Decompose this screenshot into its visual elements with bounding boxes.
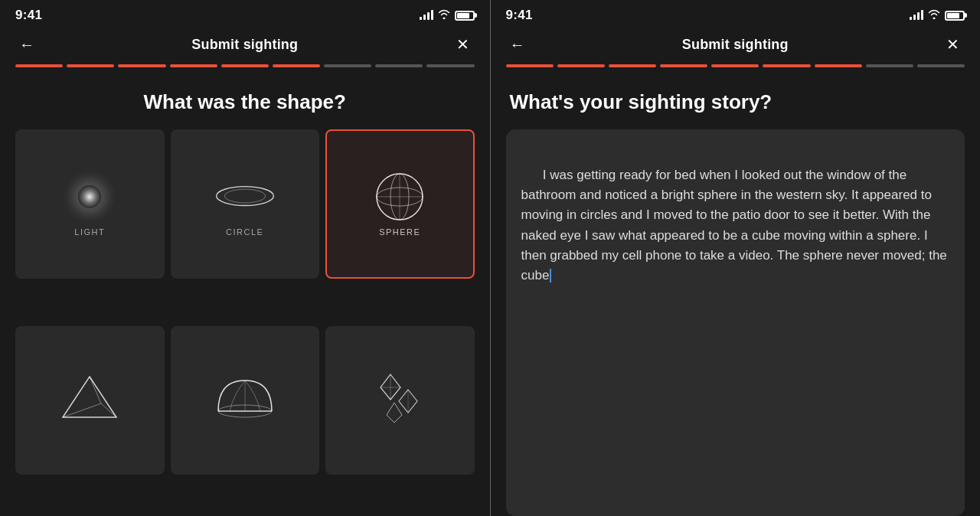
signal-icon — [420, 11, 433, 20]
text-cursor — [550, 269, 551, 282]
progress-seg-r7 — [815, 64, 862, 67]
wifi-icon — [438, 9, 450, 21]
shape-item-dome[interactable] — [171, 326, 320, 475]
nav-bar-right: ← Submit sighting ✕ — [491, 28, 981, 64]
back-button-right[interactable]: ← — [506, 36, 529, 54]
progress-seg-9 — [426, 64, 474, 67]
battery-icon — [455, 11, 475, 21]
progress-seg-r8 — [866, 64, 913, 67]
back-button-left[interactable]: ← — [15, 36, 38, 54]
status-time-left: 9:41 — [15, 8, 42, 23]
shape-label-circle: CIRCLE — [226, 227, 263, 237]
progress-seg-r5 — [711, 64, 759, 67]
shape-item-irregular[interactable] — [325, 326, 475, 475]
svg-marker-19 — [387, 403, 402, 423]
story-screen: 9:41 ← Submit sighting ✕ — [490, 0, 981, 516]
svg-marker-7 — [63, 377, 116, 417]
shape-label-sphere: SPHERE — [379, 227, 420, 237]
progress-seg-r2 — [557, 64, 605, 67]
progress-bar-left — [0, 64, 490, 83]
nav-title-right: Submit sighting — [682, 37, 789, 53]
close-button-left[interactable]: ✕ — [451, 35, 474, 54]
shape-item-sphere[interactable]: SPHERE — [325, 129, 475, 279]
battery-icon-right — [945, 11, 965, 21]
shape-item-light[interactable]: LIGHT — [15, 129, 165, 279]
progress-seg-3 — [118, 64, 165, 67]
page-title-left: What was the shape? — [0, 83, 490, 129]
dome-shape-visual — [214, 374, 276, 420]
status-icons-left — [420, 9, 475, 21]
svg-point-1 — [224, 190, 265, 204]
shape-selection-screen: 9:41 ← Submit sighting ✕ — [0, 0, 490, 516]
progress-seg-7 — [324, 64, 371, 67]
shape-item-triangle[interactable] — [15, 326, 165, 475]
status-bar-left: 9:41 — [0, 0, 490, 28]
progress-seg-4 — [170, 64, 217, 67]
story-text-content[interactable]: I was getting ready for bed when I looke… — [521, 145, 950, 306]
progress-seg-r9 — [917, 64, 965, 67]
progress-seg-r4 — [660, 64, 707, 67]
irregular-shape-visual — [369, 374, 430, 420]
progress-seg-r1 — [506, 64, 554, 67]
status-icons-right — [910, 9, 965, 21]
progress-seg-r6 — [763, 64, 810, 67]
progress-seg-5 — [221, 64, 269, 67]
progress-seg-2 — [67, 64, 114, 67]
progress-seg-8 — [375, 64, 423, 67]
light-shape-visual — [59, 174, 120, 220]
sphere-shape-visual — [369, 174, 430, 220]
nav-bar-left: ← Submit sighting ✕ — [0, 28, 490, 64]
progress-bar-right — [491, 64, 981, 83]
svg-line-9 — [63, 403, 101, 417]
signal-icon-right — [910, 11, 923, 20]
wifi-icon-right — [928, 9, 940, 21]
svg-line-8 — [90, 377, 101, 403]
nav-title-left: Submit sighting — [191, 37, 298, 53]
shape-label-light: LIGHT — [74, 227, 105, 237]
page-title-right: What's your sighting story? — [491, 83, 981, 129]
progress-seg-1 — [15, 64, 63, 67]
story-textarea[interactable]: I was getting ready for bed when I looke… — [506, 129, 965, 516]
shape-item-circle[interactable]: CIRCLE — [171, 129, 320, 279]
circle-shape-visual — [214, 174, 276, 220]
close-button-right[interactable]: ✕ — [942, 35, 965, 54]
triangle-shape-visual — [59, 374, 120, 420]
progress-seg-6 — [273, 64, 320, 67]
status-time-right: 9:41 — [506, 8, 533, 23]
status-bar-right: 9:41 — [491, 0, 981, 28]
shape-grid: LIGHT CIRCLE SP — [0, 129, 490, 516]
progress-seg-r3 — [609, 64, 656, 67]
story-text-body: I was getting ready for bed when I looke… — [521, 168, 951, 283]
